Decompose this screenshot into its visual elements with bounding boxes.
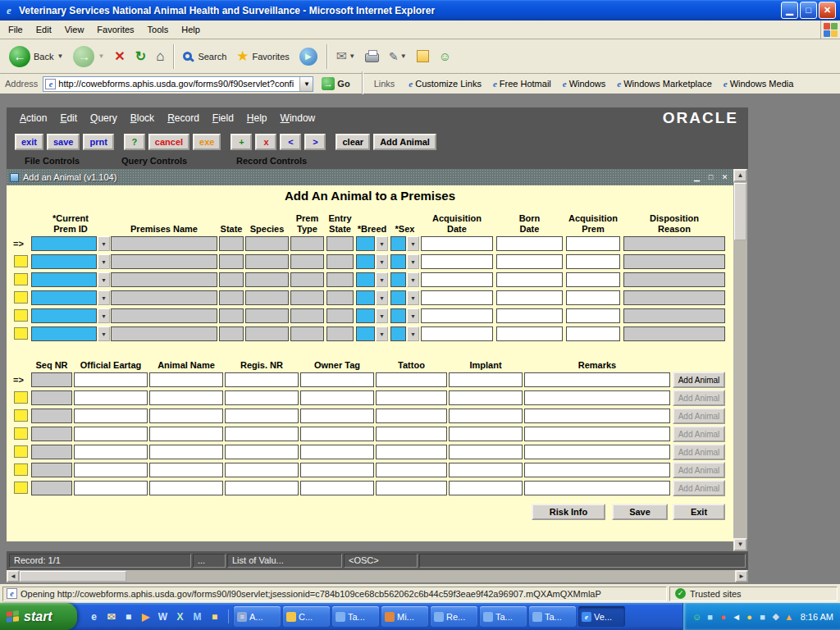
add-animal-row-button[interactable]: Add Animal (673, 372, 725, 388)
oracle-menu-record[interactable]: Record (161, 112, 206, 124)
current-prem-id-lov-button[interactable]: ▼ (98, 272, 110, 287)
media-button[interactable]: ▶ (295, 45, 322, 68)
breed-lov-button[interactable]: ▼ (376, 254, 388, 269)
owner-tag-field[interactable] (300, 463, 374, 477)
implant-field[interactable] (449, 463, 523, 477)
address-dropdown-button[interactable]: ▼ (299, 77, 313, 91)
media-player-icon[interactable]: ▶ (139, 609, 153, 623)
acquisition-date-field[interactable] (421, 308, 493, 323)
sex-lov-button[interactable]: ▼ (407, 308, 419, 323)
row-indicator[interactable] (14, 463, 28, 476)
mail-button[interactable]: ✉▼ (332, 46, 359, 66)
mail-dropdown-icon[interactable]: ▼ (349, 52, 355, 60)
close-button[interactable]: ✕ (819, 2, 836, 19)
breed-lov-button[interactable]: ▼ (376, 308, 388, 323)
favorites-button[interactable]: ★ Favorites (232, 46, 294, 66)
regis-nr-field[interactable] (225, 427, 299, 441)
previous-record-button[interactable]: < (280, 134, 301, 150)
risk-info-button[interactable]: Risk Info (532, 504, 605, 520)
row-indicator[interactable] (14, 391, 28, 404)
scroll-left-button[interactable]: ◄ (7, 570, 20, 582)
journal-button[interactable] (413, 48, 433, 65)
print-button[interactable] (361, 48, 383, 65)
acquisition-prem-field[interactable] (566, 308, 620, 323)
go-button[interactable]: → Go (317, 76, 354, 91)
regis-nr-field[interactable] (225, 372, 299, 387)
sex-lov-button[interactable]: ▼ (407, 236, 419, 251)
maximize-button[interactable]: □ (800, 2, 817, 19)
menu-file[interactable]: File (2, 21, 30, 38)
network-tray-icon[interactable]: ■ (705, 612, 716, 622)
outlook-express-icon[interactable]: ✉ (104, 609, 118, 623)
current-prem-id-lov-button[interactable]: ▼ (98, 326, 110, 341)
show-desktop-icon[interactable]: ■ (121, 609, 135, 623)
current-prem-id-lov-button[interactable]: ▼ (98, 236, 110, 251)
breed-field[interactable] (356, 308, 375, 323)
official-eartag-field[interactable] (74, 409, 148, 423)
folder-icon[interactable]: ■ (208, 609, 221, 623)
implant-field[interactable] (449, 372, 523, 387)
born-date-field[interactable] (496, 290, 563, 305)
stop-button[interactable]: ✕ (110, 46, 129, 66)
implant-field[interactable] (449, 409, 523, 423)
born-date-field[interactable] (496, 272, 563, 287)
link-windows-marketplace[interactable]: eWindows Marketplace (611, 79, 717, 89)
owner-tag-field[interactable] (300, 409, 374, 423)
execute-button[interactable]: exe (193, 134, 221, 150)
vertical-scroll-thumb[interactable] (734, 183, 746, 240)
insert-record-button[interactable]: + (231, 134, 252, 150)
home-button[interactable]: ⌂ (152, 46, 168, 67)
remarks-field[interactable] (524, 409, 670, 423)
acquisition-prem-field[interactable] (566, 326, 620, 341)
sex-lov-button[interactable]: ▼ (407, 254, 419, 269)
forward-button[interactable]: → ▼ (69, 44, 108, 69)
link-windows-media[interactable]: eWindows Media (718, 79, 800, 89)
oracle-menu-block[interactable]: Block (124, 112, 161, 124)
msn-icon[interactable]: M (190, 609, 204, 623)
excel-icon[interactable]: X (173, 609, 187, 623)
animal-name-field[interactable] (149, 409, 223, 423)
current-prem-id-field[interactable] (31, 272, 97, 287)
taskbar-button[interactable]: Re... (431, 606, 477, 627)
menu-help[interactable]: Help (175, 21, 207, 38)
taskbar-button[interactable]: ≡A... (234, 606, 281, 627)
breed-lov-button[interactable]: ▼ (376, 326, 388, 341)
current-prem-id-field[interactable] (31, 236, 97, 251)
sex-field[interactable] (390, 326, 406, 341)
regis-nr-field[interactable] (225, 463, 299, 477)
vertical-scrollbar[interactable]: ▲ ▼ (733, 169, 747, 551)
row-indicator[interactable] (14, 327, 28, 340)
taskbar-button[interactable]: Ta... (529, 606, 576, 627)
regis-nr-field[interactable] (225, 481, 299, 495)
remarks-field[interactable] (524, 372, 670, 387)
cancel-button[interactable]: cancel (148, 134, 189, 150)
remarks-field[interactable] (524, 481, 670, 495)
oracle-menu-edit[interactable]: Edit (53, 112, 84, 124)
current-prem-id-field[interactable] (31, 326, 97, 341)
current-prem-id-field[interactable] (31, 308, 97, 323)
horizontal-scrollbar[interactable]: ◄ ► (7, 570, 748, 582)
animal-name-field[interactable] (149, 463, 223, 477)
breed-lov-button[interactable]: ▼ (376, 272, 388, 287)
remarks-field[interactable] (524, 463, 670, 477)
animal-name-field[interactable] (149, 427, 223, 441)
official-eartag-field[interactable] (74, 372, 148, 387)
breed-field[interactable] (356, 326, 375, 341)
link-customize-links[interactable]: eCustomize Links (403, 79, 487, 89)
taskbar-button[interactable]: Mi... (381, 606, 428, 627)
save-button[interactable]: save (47, 134, 80, 150)
owner-tag-field[interactable] (300, 390, 374, 405)
sex-field[interactable] (390, 290, 406, 305)
official-eartag-field[interactable] (74, 445, 148, 459)
antivirus-tray-icon[interactable]: ▲ (783, 612, 795, 622)
tattoo-field[interactable] (376, 372, 447, 387)
scroll-right-button[interactable]: ► (735, 570, 748, 582)
word-icon[interactable]: W (156, 609, 170, 623)
sex-lov-button[interactable]: ▼ (407, 326, 419, 341)
born-date-field[interactable] (496, 236, 563, 251)
display-tray-icon[interactable]: ■ (757, 612, 769, 622)
official-eartag-field[interactable] (74, 463, 148, 477)
horizontal-scroll-thumb[interactable] (20, 571, 126, 582)
delete-record-button[interactable]: x (255, 134, 276, 150)
current-prem-id-field[interactable] (31, 290, 97, 305)
